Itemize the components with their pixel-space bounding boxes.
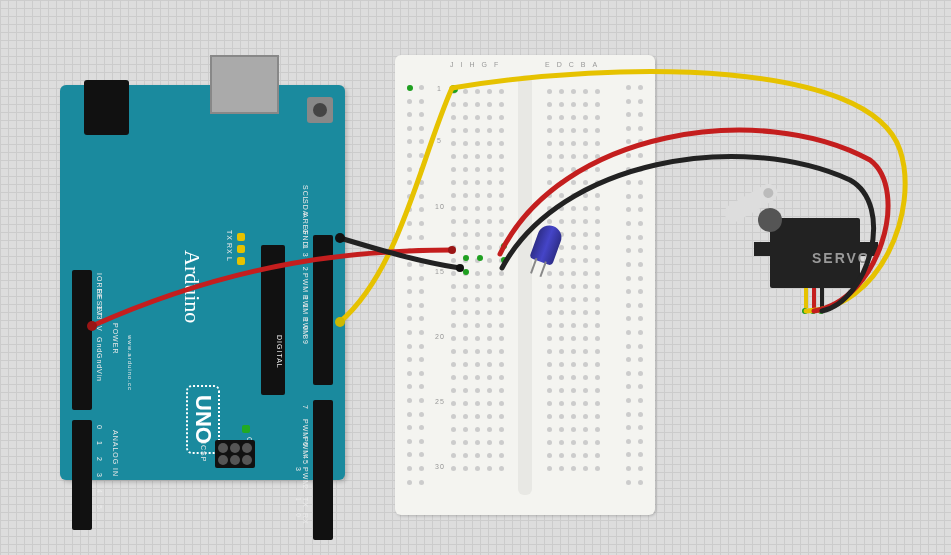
terminal-strip-right[interactable] xyxy=(543,85,603,485)
pin-a5: 5 xyxy=(96,505,103,510)
row-marker-1: 1 xyxy=(437,85,442,92)
power-rail-right-neg[interactable] xyxy=(626,85,631,485)
tie-cap-c[interactable] xyxy=(463,269,469,275)
pin-d12: 1 2 xyxy=(302,259,309,272)
tie-cap-a[interactable] xyxy=(463,255,469,261)
led-on xyxy=(242,425,250,433)
row-marker-20: 20 xyxy=(435,333,445,340)
power-rail-left-neg[interactable] xyxy=(407,85,412,485)
reset-button[interactable] xyxy=(307,97,333,123)
servo-motor[interactable]: SERVO xyxy=(740,200,870,300)
servo-lead-wires xyxy=(796,288,836,308)
servo-label: SERVO xyxy=(812,250,871,266)
pin-d1: TX 1 xyxy=(295,497,309,508)
atmega-chip xyxy=(261,245,285,395)
pin-gnd-2: Gnd xyxy=(96,353,103,369)
pin-d4: 4 xyxy=(302,455,309,460)
pin-3v3: 3V3 xyxy=(96,305,103,320)
breadboard-center-gutter xyxy=(518,75,532,495)
led-l xyxy=(237,257,245,265)
servo-gnd-lead[interactable] xyxy=(820,288,824,308)
pin-a3: 3 xyxy=(96,473,103,478)
servo-signal-lead[interactable] xyxy=(804,288,808,308)
power-header[interactable] xyxy=(72,270,92,410)
power-rail-left-pos[interactable] xyxy=(419,85,424,485)
pin-d0: RX 0 xyxy=(295,513,309,525)
icsp-header[interactable] xyxy=(215,440,255,468)
section-analog-label: ANALOG IN xyxy=(112,430,119,477)
pin-d5: PWM 5 xyxy=(302,437,309,465)
led-tx xyxy=(237,233,245,241)
bb-cols-right: E D C B A xyxy=(545,61,597,68)
servo-shaft xyxy=(758,208,782,232)
pin-d8: 8 xyxy=(302,335,309,340)
analog-header[interactable] xyxy=(72,420,92,530)
row-marker-10: 10 xyxy=(435,203,445,210)
servo-conn-gnd[interactable] xyxy=(818,308,824,314)
row-marker-5: 5 xyxy=(437,137,442,144)
pin-a1: 1 xyxy=(96,441,103,446)
led-rx-label: RX xyxy=(226,243,233,255)
tie-cap-d[interactable] xyxy=(501,243,507,249)
breadboard[interactable]: J I H G F E D C B A 1 5 10 15 20 25 30 xyxy=(395,55,655,515)
pin-5v: 5V xyxy=(96,321,103,332)
arduino-uno-board[interactable]: IOREF RESET 3V3 5V Gnd Gnd Vin POWER ANA… xyxy=(60,85,345,480)
servo-body: SERVO xyxy=(770,218,860,288)
pin-a2: 2 xyxy=(96,457,103,462)
pin-a0: 0 xyxy=(96,425,103,430)
servo-vcc-lead[interactable] xyxy=(812,288,816,308)
icsp-label: ICSP xyxy=(200,442,207,462)
servo-conn-vcc[interactable] xyxy=(810,308,816,314)
tie-rail-1[interactable] xyxy=(407,85,413,91)
power-rail-right-pos[interactable] xyxy=(638,85,643,485)
dc-barrel-jack xyxy=(84,80,129,135)
pin-d9: PWM 9 xyxy=(302,317,309,345)
usb-b-port xyxy=(210,55,279,114)
section-digital-label: DIGITAL xyxy=(276,335,283,369)
pin-d2: 2 xyxy=(302,485,309,490)
tie-row1-j[interactable] xyxy=(450,85,458,93)
bb-cols-left: J I H G F xyxy=(450,61,498,68)
row-marker-30: 30 xyxy=(435,463,445,470)
row-marker-25: 25 xyxy=(435,398,445,405)
arduino-brand-label: Arduino xyxy=(179,250,205,323)
section-power-label: POWER xyxy=(112,323,119,354)
pin-gnd-1: Gnd xyxy=(96,337,103,353)
website-label: www.arduino.cc xyxy=(127,335,133,391)
pin-a4: 4 xyxy=(96,489,103,494)
digital-header-upper[interactable] xyxy=(313,235,333,385)
led-tx-label: TX xyxy=(226,230,233,241)
fritzing-canvas[interactable]: IOREF RESET 3V3 5V Gnd Gnd Vin POWER ANA… xyxy=(0,0,951,555)
tie-cap-b[interactable] xyxy=(477,255,483,261)
row-marker-15: 15 xyxy=(435,268,445,275)
pin-d7: 7 xyxy=(302,405,309,410)
led-rx xyxy=(237,245,245,253)
terminal-strip-left[interactable] xyxy=(447,85,507,485)
led-l-label: L xyxy=(226,257,233,262)
servo-conn-sig[interactable] xyxy=(802,308,808,314)
pin-vin: Vin xyxy=(96,369,103,382)
pin-d13: 1 3 xyxy=(302,245,309,258)
tie-cap-e[interactable] xyxy=(501,257,507,263)
digital-header-lower[interactable] xyxy=(313,400,333,540)
